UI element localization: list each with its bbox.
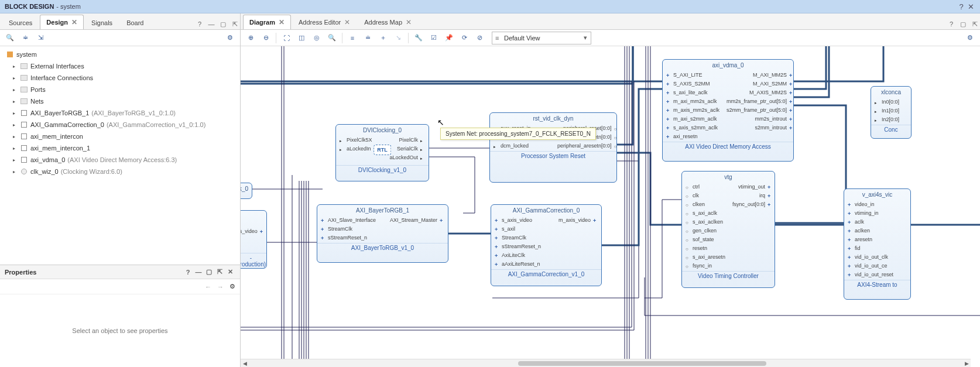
port[interactable]: +vid_io_out_ce <box>844 262 910 270</box>
close-icon[interactable]: ✕ <box>225 267 235 277</box>
port[interactable]: +s_axis_s2mm_aclk <box>663 124 723 132</box>
port[interactable]: In0[0:0] <box>871 98 911 106</box>
tab-design[interactable]: Design✕ <box>40 15 84 29</box>
port[interactable]: s_axi_aclken <box>682 218 729 226</box>
port[interactable]: resetn <box>682 244 729 252</box>
tree-item[interactable]: ▸axi_vdma_0(AXI Video Direct Memory Acce… <box>0 154 240 166</box>
wrench-icon[interactable]: 🔧 <box>412 32 425 44</box>
port[interactable]: s_axi_aresetn <box>682 253 729 261</box>
ip-block-clk-partial[interactable]: k_0 <box>241 183 252 199</box>
port[interactable]: +vid_io_out_reset <box>844 270 910 279</box>
port[interactable]: dcm_locked <box>490 142 549 150</box>
port[interactable]: +vtiming_in <box>844 209 910 217</box>
search-icon[interactable]: 🔍 <box>325 32 338 44</box>
close-icon[interactable]: ✕ <box>406 18 412 26</box>
select-area-icon[interactable]: ◫ <box>295 32 308 44</box>
search-icon[interactable]: 🔍 <box>4 32 16 44</box>
port[interactable]: s2mm_introut+ <box>723 124 797 132</box>
maximize-icon[interactable]: ▢ <box>958 19 968 29</box>
port[interactable]: fsync_out[0:0]+ <box>729 200 776 208</box>
zoom-out-icon[interactable]: ⊖ <box>259 32 272 44</box>
collapse-all-icon[interactable]: ≑ <box>19 32 32 44</box>
zoom-in-icon[interactable]: ⊕ <box>244 32 257 44</box>
port[interactable]: PixelClk5X <box>336 136 382 144</box>
help-icon[interactable]: ? <box>194 19 205 29</box>
port[interactable]: +fid <box>844 244 910 252</box>
expand-toggle-icon[interactable]: ▸ <box>11 99 18 104</box>
port[interactable]: +m_axis_mm2s_aclk <box>663 106 723 114</box>
ip-block-vdma[interactable]: axi_vdma_0 +S_AXI_LITE+S_AXIS_S2MM+s_axi… <box>662 59 794 162</box>
tree-item[interactable]: ▸AXI_GammaCorrection_0(AXI_GammaCorrecti… <box>0 119 240 131</box>
tab-sources[interactable]: Sources <box>2 16 39 29</box>
port[interactable]: PixelClk <box>382 136 429 144</box>
add-icon[interactable]: ＋ <box>376 32 389 44</box>
view-selector[interactable]: Default View <box>492 32 591 44</box>
optimize-icon[interactable]: ⊘ <box>473 32 486 44</box>
port[interactable]: vtiming_out+ <box>729 183 776 191</box>
tree-item[interactable]: ▸AXI_BayerToRGB_1(AXI_BayerToRGB_v1_0:1.… <box>0 107 240 119</box>
fit-icon[interactable]: ⛶ <box>280 32 293 44</box>
align-icon[interactable]: ≐ <box>361 32 374 44</box>
ip-block-gamma[interactable]: AXI_GammaCorrection_0 +s_axis_video+s_ax… <box>491 204 602 286</box>
port[interactable]: AXI_Stream_Master+ <box>383 216 448 224</box>
undock-icon[interactable]: ⇱ <box>229 19 240 29</box>
regenerate-icon[interactable]: ⟳ <box>458 32 471 44</box>
port[interactable]: gen_clken <box>682 227 729 235</box>
diagram-canvas[interactable]: k_0 is_video+ -Production) DVIClocking_0… <box>241 46 980 367</box>
ip-block-bayer[interactable]: AXI_BayerToRGB_1 +AXI_Slave_Interface+St… <box>317 204 448 263</box>
port[interactable]: sof_state <box>682 235 729 243</box>
port[interactable]: +StreamClk <box>317 225 383 233</box>
expand-toggle-icon[interactable]: ▸ <box>11 64 18 69</box>
port[interactable]: +s_axil <box>491 225 546 233</box>
ip-block-video-partial[interactable]: is_video+ -Production) <box>241 210 267 269</box>
settings-icon[interactable]: ⚙ <box>229 283 235 290</box>
port[interactable]: +sStreamReset_n <box>491 242 546 251</box>
pin-icon[interactable]: 📌 <box>443 32 455 44</box>
tab-board[interactable]: Board <box>120 16 150 29</box>
close-icon[interactable]: ✕ <box>279 18 285 26</box>
port[interactable]: clken <box>682 200 729 208</box>
expand-toggle-icon[interactable]: ▸ <box>11 122 18 128</box>
tab-address-editor[interactable]: Address Editor✕ <box>292 15 357 29</box>
settings-icon[interactable]: ⚙ <box>964 32 976 44</box>
port[interactable]: M_AXIS_MM2S+ <box>723 88 797 97</box>
undock-icon[interactable]: ⇱ <box>214 267 225 277</box>
tree-item[interactable]: ▸Nets <box>0 95 240 107</box>
maximize-icon[interactable]: ▢ <box>218 19 228 29</box>
port[interactable]: +AXI_Slave_Interface <box>317 216 383 224</box>
port[interactable]: mm2s_introut+ <box>723 115 797 123</box>
port[interactable]: +S_AXI_LITE <box>663 71 723 79</box>
port[interactable]: In1[0:0] <box>871 107 911 115</box>
minimize-icon[interactable]: — <box>206 19 217 29</box>
port[interactable]: +video_in <box>844 200 910 208</box>
tree-root[interactable]: system <box>0 49 240 60</box>
port[interactable]: +aclken <box>844 227 910 235</box>
expand-toggle-icon[interactable]: ▸ <box>11 111 18 116</box>
port[interactable]: +m_axi_mm2s_aclk <box>663 97 723 105</box>
tree-item[interactable]: ▸axi_mem_intercon_1 <box>0 142 240 154</box>
port[interactable]: m_axis_video+ <box>546 216 601 224</box>
tab-address-map[interactable]: Address Map✕ <box>358 15 418 29</box>
port[interactable]: +s_axi_lite_aclk <box>663 88 723 97</box>
port[interactable]: M_AXI_S2MM+ <box>723 80 797 88</box>
scroll-left-icon[interactable]: ◀ <box>241 361 249 366</box>
port[interactable]: mm2s_frame_ptr_out[5:0]+ <box>723 97 797 105</box>
port[interactable]: +AxiLiteClk <box>491 251 546 259</box>
tab-signals[interactable]: Signals <box>85 16 119 29</box>
help-icon[interactable]: ? <box>183 267 193 277</box>
expand-toggle-icon[interactable]: ▸ <box>11 146 18 151</box>
layers-icon[interactable]: ≡ <box>346 32 359 44</box>
tree-item[interactable]: ▸axi_mem_intercon <box>0 131 240 142</box>
ip-block-dviclocking[interactable]: DVIClocking_0 PixelClk5XaLockedIn PixelC… <box>335 124 429 181</box>
port[interactable]: ctrl <box>682 183 729 191</box>
port[interactable]: +StreamClk <box>491 234 546 242</box>
horizontal-scrollbar[interactable]: ◀ ▶ <box>241 359 971 367</box>
port[interactable]: +vid_io_out_clk <box>844 253 910 261</box>
port[interactable]: +aresetn <box>844 235 910 243</box>
port[interactable]: +s_axis_video <box>491 216 546 224</box>
port[interactable]: clk <box>682 191 729 200</box>
expand-toggle-icon[interactable]: ▸ <box>11 87 18 92</box>
ip-block-rst[interactable]: rst_vid_clk_dyn aux_reset_inmb_debug_sys… <box>489 112 617 183</box>
help-icon[interactable]: ? <box>946 19 957 29</box>
settings-icon[interactable]: ⚙ <box>224 32 237 44</box>
